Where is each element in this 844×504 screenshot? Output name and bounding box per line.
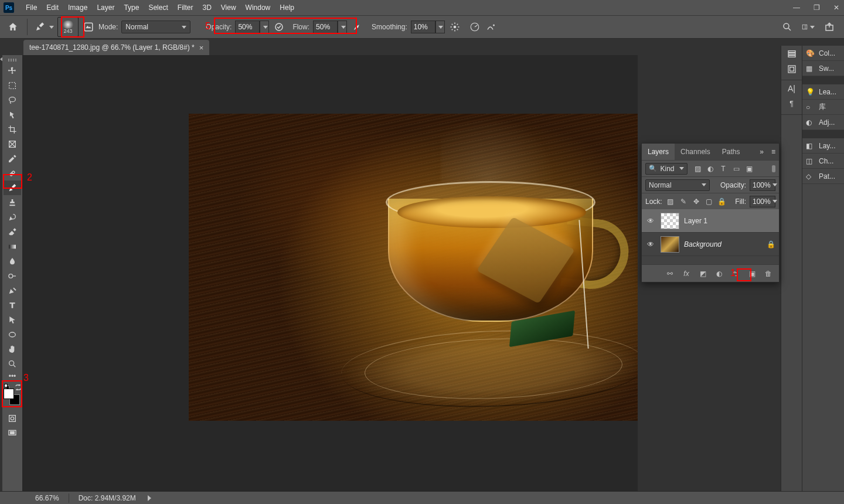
quickmask-toggle[interactable]: [4, 411, 21, 425]
lock-artboard-icon[interactable]: ▢: [705, 197, 714, 206]
shape-tool[interactable]: [4, 327, 21, 342]
marquee-tool[interactable]: [4, 78, 21, 93]
flow-control[interactable]: Flow: 50%: [289, 21, 347, 33]
character-panel-icon[interactable]: A|: [786, 84, 798, 93]
filter-pixel-icon[interactable]: ▨: [693, 165, 702, 173]
panel-layers[interactable]: ◧Lay...: [802, 138, 844, 154]
close-button[interactable]: ✕: [831, 4, 842, 12]
gradient-tool[interactable]: [4, 239, 21, 254]
panel-paths[interactable]: ◇Pat...: [802, 169, 844, 184]
panel-adjustments[interactable]: ◐Adj...: [802, 115, 844, 130]
channels-tab[interactable]: Channels: [675, 144, 716, 160]
panel-grip[interactable]: [5, 59, 20, 62]
filter-adjust-icon[interactable]: ◐: [706, 165, 714, 173]
paragraph-panel-icon[interactable]: ¶: [786, 99, 798, 108]
foreground-color[interactable]: [4, 389, 14, 399]
crop-tool[interactable]: [4, 122, 21, 137]
healing-tool[interactable]: [4, 166, 21, 181]
flow-value[interactable]: 50%: [313, 21, 338, 33]
paths-tab[interactable]: Paths: [716, 144, 746, 160]
layer-thumbnail[interactable]: [661, 213, 679, 229]
airbrush-toggle[interactable]: [350, 21, 363, 33]
menu-filter[interactable]: Filter: [173, 1, 198, 14]
menu-select[interactable]: Select: [144, 1, 172, 14]
smoothing-control[interactable]: 10%: [411, 21, 445, 33]
pressure-opacity-toggle[interactable]: [273, 21, 285, 33]
color-swatch[interactable]: [4, 384, 21, 407]
eyedropper-tool[interactable]: [4, 151, 21, 166]
quick-select-tool[interactable]: [4, 107, 21, 122]
minimize-button[interactable]: —: [791, 4, 802, 12]
pressure-size-toggle[interactable]: [485, 21, 498, 33]
visibility-toggle[interactable]: 👁: [645, 240, 656, 248]
panel-learn[interactable]: 💡Lea...: [802, 84, 844, 100]
layer-blend-mode[interactable]: Normal: [645, 179, 710, 191]
layer-filter-kind[interactable]: 🔍Kind: [645, 163, 688, 175]
panel-channels[interactable]: ◫Ch...: [802, 154, 844, 169]
stamp-tool[interactable]: [4, 195, 21, 210]
properties-panel-icon[interactable]: [786, 64, 798, 74]
layer-thumbnail[interactable]: [661, 236, 679, 253]
home-button[interactable]: [6, 20, 20, 34]
visibility-toggle[interactable]: 👁: [645, 217, 656, 225]
panel-collapse-icon[interactable]: »: [760, 148, 764, 156]
hand-tool[interactable]: [4, 342, 21, 356]
filter-shape-icon[interactable]: ▭: [732, 165, 740, 173]
share-button[interactable]: [823, 21, 836, 33]
menu-layer[interactable]: Layer: [92, 1, 119, 14]
smoothing-dropdown[interactable]: [435, 21, 445, 33]
panel-swatches[interactable]: ▦Sw...: [802, 61, 844, 76]
brush-panel-toggle[interactable]: [82, 21, 95, 33]
menu-edit[interactable]: Edit: [42, 1, 63, 14]
type-tool[interactable]: [4, 298, 21, 312]
document-canvas[interactable]: [189, 114, 678, 421]
menu-image[interactable]: Image: [63, 1, 92, 14]
swap-colors-icon[interactable]: [15, 384, 21, 390]
lock-all-icon[interactable]: 🔒: [717, 197, 727, 206]
layer-name[interactable]: Layer 1: [684, 217, 707, 225]
history-panel-icon[interactable]: [786, 49, 798, 59]
brush-angle[interactable]: [468, 21, 481, 33]
layer-filter-icons[interactable]: ▨ ◐ T ▭ ▣: [693, 165, 753, 173]
dodge-tool[interactable]: [4, 268, 21, 283]
lock-position-icon[interactable]: ✥: [692, 197, 701, 206]
layer-fx-icon[interactable]: fx: [682, 270, 691, 278]
layer-row[interactable]: 👁 Layer 1: [642, 209, 779, 233]
eraser-tool[interactable]: [4, 224, 21, 239]
opacity-dropdown[interactable]: [260, 21, 269, 33]
frame-tool[interactable]: [4, 137, 21, 151]
path-select-tool[interactable]: [4, 312, 21, 327]
doc-info-menu[interactable]: [148, 495, 151, 501]
opacity-value[interactable]: 50%: [235, 21, 260, 33]
blend-mode-select[interactable]: Normal: [121, 21, 190, 33]
layer-name[interactable]: Background: [684, 240, 722, 248]
menu-view[interactable]: View: [216, 1, 241, 14]
link-layers-icon[interactable]: ⚯: [665, 270, 675, 278]
tool-preset-picker[interactable]: [35, 22, 54, 32]
panel-menu-icon[interactable]: ≡: [771, 148, 775, 156]
brush-preset-picker[interactable]: 243: [57, 17, 79, 37]
default-colors-icon[interactable]: [4, 384, 10, 389]
panel-libraries[interactable]: ○库: [802, 100, 844, 115]
filter-toggle[interactable]: [772, 165, 775, 172]
document-tab[interactable]: tee-1740871_1280.jpg @ 66.7% (Layer 1, R…: [23, 40, 209, 55]
brush-tool[interactable]: [4, 181, 21, 195]
smoothing-options[interactable]: [448, 21, 461, 33]
tab-close-icon[interactable]: ×: [199, 43, 204, 52]
menu-file[interactable]: File: [21, 1, 42, 14]
smoothing-value[interactable]: 10%: [411, 21, 435, 33]
layer-mask-icon[interactable]: ◩: [698, 270, 707, 278]
menu-help[interactable]: Help: [275, 1, 299, 14]
layer-opacity-value[interactable]: 100%: [750, 179, 775, 191]
layers-tab[interactable]: Layers: [642, 144, 675, 160]
edit-toolbar[interactable]: •••: [4, 371, 21, 382]
pen-tool[interactable]: [4, 283, 21, 298]
lock-transparent-icon[interactable]: ▨: [666, 197, 675, 206]
panel-color[interactable]: 🎨Col...: [802, 46, 844, 61]
filter-smart-icon[interactable]: ▣: [745, 165, 753, 173]
lasso-tool[interactable]: [4, 93, 21, 107]
zoom-level[interactable]: 66.67%: [35, 494, 59, 502]
layer-row[interactable]: 👁 Background 🔒: [642, 233, 779, 256]
delete-layer-icon[interactable]: 🗑: [764, 270, 773, 278]
history-brush-tool[interactable]: [4, 210, 21, 224]
